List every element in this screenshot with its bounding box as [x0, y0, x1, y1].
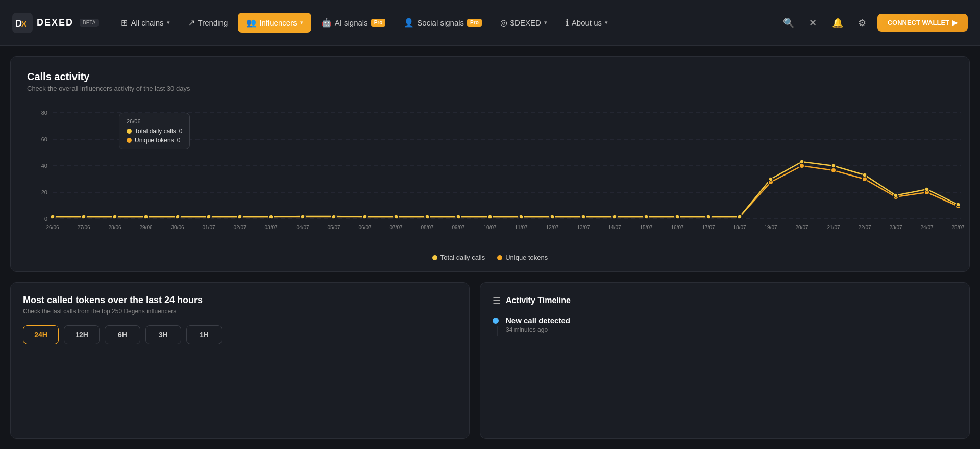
time-filter-6h[interactable]: 6H	[105, 325, 140, 344]
svg-point-47	[176, 215, 180, 219]
svg-point-45	[113, 215, 117, 219]
svg-point-52	[332, 215, 336, 219]
svg-point-38	[831, 168, 836, 173]
legend-total-daily-calls: Total daily calls	[432, 254, 485, 261]
info-icon: ℹ	[566, 18, 569, 28]
nav-label-dexed: $DEXED	[510, 18, 541, 27]
svg-point-69	[863, 173, 867, 177]
time-filter-24h[interactable]: 24H	[23, 325, 59, 344]
svg-text:15/07: 15/07	[640, 224, 652, 230]
beta-badge: BETA	[80, 19, 99, 27]
svg-point-66	[769, 177, 773, 181]
all-chains-icon: ⊞	[121, 18, 128, 28]
logo-icon: D X	[12, 13, 33, 33]
svg-point-62	[644, 215, 648, 219]
svg-text:30/06: 30/06	[171, 224, 184, 230]
activity-title: Activity Timeline	[506, 296, 571, 305]
search-button[interactable]: 🔍	[779, 14, 798, 32]
svg-text:28/06: 28/06	[108, 224, 121, 230]
chart-legend: Total daily calls Unique tokens	[27, 254, 953, 261]
social-signals-icon: 👤	[404, 18, 414, 28]
svg-text:17/07: 17/07	[702, 224, 715, 230]
svg-text:22/07: 22/07	[858, 224, 871, 230]
legend-unique-tokens: Unique tokens	[497, 254, 548, 261]
chevron-down-icon-4: ▾	[605, 19, 608, 26]
close-button[interactable]: ✕	[804, 14, 822, 32]
trending-icon: ↗	[188, 18, 195, 28]
nav-item-dexed[interactable]: ◎ $DEXED ▾	[492, 13, 555, 33]
connect-wallet-button[interactable]: CONNECT WALLET ▶	[877, 14, 968, 32]
svg-text:16/07: 16/07	[671, 224, 683, 230]
connect-wallet-label: CONNECT WALLET	[888, 19, 949, 27]
pro-badge-social: Pro	[467, 19, 482, 27]
nav-item-about-us[interactable]: ℹ About us ▾	[557, 13, 616, 33]
nav-label-social-signals: Social signals	[417, 18, 464, 27]
svg-text:07/07: 07/07	[389, 224, 402, 230]
time-filter-3h[interactable]: 3H	[145, 325, 181, 344]
chevron-down-icon-3: ▾	[544, 19, 547, 26]
tooltip-date: 26/06	[127, 118, 182, 124]
svg-text:27/06: 27/06	[77, 224, 90, 230]
svg-point-67	[800, 160, 804, 164]
nav-label-influencers: Influencers	[259, 18, 297, 27]
svg-point-70	[894, 193, 898, 197]
svg-text:14/07: 14/07	[608, 224, 621, 230]
chevron-down-icon: ▾	[167, 19, 170, 26]
nav-item-trending[interactable]: ↗ Trending	[180, 13, 236, 33]
nav-item-social-signals[interactable]: 👤 Social signals Pro	[396, 13, 489, 33]
nav-item-influencers[interactable]: 👥 Influencers ▾	[238, 13, 311, 33]
svg-point-71	[925, 187, 929, 191]
svg-point-49	[238, 215, 242, 219]
svg-text:05/07: 05/07	[327, 224, 340, 230]
activity-dot	[493, 318, 499, 324]
chart-card: Calls activity Check the overall influen…	[10, 56, 970, 272]
svg-point-65	[738, 215, 742, 219]
svg-point-54	[394, 215, 398, 219]
influencers-icon: 👥	[246, 18, 256, 28]
svg-text:13/07: 13/07	[577, 224, 590, 230]
tooltip-total-dot	[127, 129, 132, 134]
svg-text:04/07: 04/07	[296, 224, 309, 230]
header-right: 🔍 ✕ 🔔 ⚙ CONNECT WALLET ▶	[779, 14, 968, 32]
svg-text:18/07: 18/07	[733, 224, 746, 230]
tooltip-unique-dot	[127, 138, 132, 143]
svg-text:11/07: 11/07	[514, 224, 527, 230]
dexed-icon: ◎	[500, 18, 507, 28]
svg-point-55	[425, 215, 429, 219]
svg-text:09/07: 09/07	[452, 224, 464, 230]
nav-item-all-chains[interactable]: ⊞ All chains ▾	[113, 13, 178, 33]
svg-point-59	[550, 215, 554, 219]
svg-point-61	[612, 215, 617, 219]
time-filter-1h[interactable]: 1H	[186, 325, 222, 344]
svg-text:25/07: 25/07	[951, 224, 964, 230]
tooltip-total-value: 0	[179, 128, 183, 135]
svg-text:29/06: 29/06	[139, 224, 152, 230]
bell-button[interactable]: 🔔	[828, 14, 847, 32]
svg-point-43	[51, 215, 55, 219]
tooltip-total-calls-row: Total daily calls 0	[127, 128, 182, 135]
nav-item-ai-signals[interactable]: 🤖 AI signals Pro	[313, 13, 394, 33]
svg-text:19/07: 19/07	[764, 224, 777, 230]
svg-point-60	[581, 215, 585, 219]
svg-text:26/06: 26/06	[46, 224, 59, 230]
chart-subtitle: Check the overall influencers activity o…	[27, 85, 953, 92]
svg-text:20: 20	[41, 189, 47, 195]
svg-point-50	[269, 215, 273, 219]
svg-point-44	[82, 215, 86, 219]
svg-point-63	[675, 215, 679, 219]
logo-text: DEXED	[37, 17, 74, 28]
svg-text:60: 60	[41, 136, 47, 142]
svg-text:X: X	[21, 20, 27, 28]
svg-point-58	[519, 215, 523, 219]
svg-point-51	[301, 215, 305, 219]
svg-text:06/07: 06/07	[358, 224, 371, 230]
svg-text:23/07: 23/07	[889, 224, 902, 230]
tooltip-total-label: Total daily calls	[135, 128, 176, 135]
settings-button[interactable]: ⚙	[853, 14, 871, 32]
chart-tooltip: 26/06 Total daily calls 0 Unique tokens …	[119, 113, 190, 149]
time-filter-12h[interactable]: 12H	[64, 325, 100, 344]
activity-item-0: New call detected 34 minutes ago	[493, 316, 957, 336]
legend-unique-label: Unique tokens	[505, 254, 548, 261]
bottom-section: Most called tokens over the last 24 hour…	[10, 282, 970, 439]
activity-timeline-icon: ☰	[493, 295, 501, 306]
